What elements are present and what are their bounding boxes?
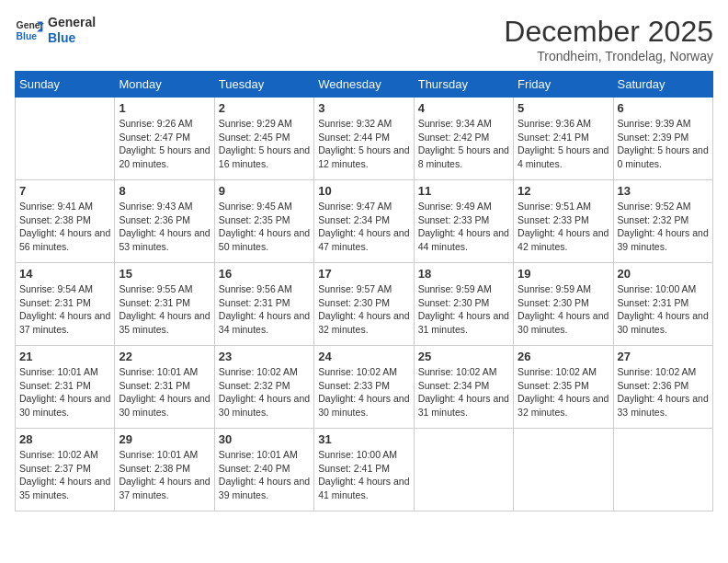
day-number: 7: [19, 184, 110, 198]
calendar-cell: 23Sunrise: 10:02 AMSunset: 2:32 PMDaylig…: [214, 346, 313, 429]
calendar-cell: 2Sunrise: 9:29 AMSunset: 2:45 PMDaylight…: [214, 98, 313, 180]
day-info: Sunrise: 9:32 AMSunset: 2:44 PMDaylight:…: [318, 117, 409, 171]
day-number: 3: [318, 101, 409, 115]
header-day-tuesday: Tuesday: [214, 72, 313, 98]
week-row-3: 21Sunrise: 10:01 AMSunset: 2:31 PMDaylig…: [16, 346, 713, 429]
day-number: 14: [19, 267, 110, 281]
day-number: 24: [318, 350, 409, 363]
week-row-0: 1Sunrise: 9:26 AMSunset: 2:47 PMDaylight…: [16, 98, 713, 180]
day-info: Sunrise: 9:47 AMSunset: 2:34 PMDaylight:…: [318, 200, 409, 254]
day-info: Sunrise: 10:01 AMSunset: 2:38 PMDaylight…: [119, 448, 210, 502]
day-info: Sunrise: 10:02 AMSunset: 2:33 PMDaylight…: [318, 365, 409, 419]
day-number: 22: [119, 350, 210, 363]
day-number: 5: [518, 101, 609, 115]
day-number: 1: [119, 101, 210, 115]
calendar-cell: 26Sunrise: 10:02 AMSunset: 2:35 PMDaylig…: [514, 346, 613, 429]
day-number: 21: [19, 350, 110, 363]
week-row-1: 7Sunrise: 9:41 AMSunset: 2:38 PMDaylight…: [16, 180, 713, 263]
calendar-cell: 12Sunrise: 9:51 AMSunset: 2:33 PMDayligh…: [514, 180, 613, 263]
day-info: Sunrise: 9:26 AMSunset: 2:47 PMDaylight:…: [119, 117, 210, 171]
logo-icon: General Blue: [15, 16, 44, 45]
day-number: 28: [19, 432, 110, 446]
calendar-cell: 11Sunrise: 9:49 AMSunset: 2:33 PMDayligh…: [414, 180, 513, 263]
day-info: Sunrise: 10:01 AMSunset: 2:40 PMDaylight…: [219, 448, 310, 502]
day-number: 13: [618, 184, 709, 198]
calendar-cell: 5Sunrise: 9:36 AMSunset: 2:41 PMDaylight…: [514, 98, 613, 180]
calendar-cell: [514, 429, 613, 511]
day-number: 10: [318, 184, 409, 198]
calendar-cell: [16, 98, 115, 180]
calendar-cell: [613, 429, 712, 511]
header-day-wednesday: Wednesday: [314, 72, 414, 98]
header-day-thursday: Thursday: [414, 72, 513, 98]
calendar-cell: 30Sunrise: 10:01 AMSunset: 2:40 PMDaylig…: [214, 429, 313, 511]
day-number: 11: [418, 184, 509, 198]
week-row-4: 28Sunrise: 10:02 AMSunset: 2:37 PMDaylig…: [16, 429, 713, 511]
calendar-cell: 1Sunrise: 9:26 AMSunset: 2:47 PMDaylight…: [115, 98, 214, 180]
svg-text:Blue: Blue: [17, 30, 38, 40]
day-info: Sunrise: 9:41 AMSunset: 2:38 PMDaylight:…: [19, 200, 110, 254]
calendar-header-row: SundayMondayTuesdayWednesdayThursdayFrid…: [16, 72, 713, 98]
day-info: Sunrise: 9:55 AMSunset: 2:31 PMDaylight:…: [119, 282, 210, 337]
day-number: 30: [219, 432, 310, 446]
day-info: Sunrise: 10:02 AMSunset: 2:34 PMDaylight…: [418, 365, 509, 419]
calendar-cell: 21Sunrise: 10:01 AMSunset: 2:31 PMDaylig…: [16, 346, 115, 429]
calendar-cell: 29Sunrise: 10:01 AMSunset: 2:38 PMDaylig…: [115, 429, 214, 511]
calendar-table: SundayMondayTuesdayWednesdayThursdayFrid…: [15, 71, 713, 511]
header-day-sunday: Sunday: [16, 72, 115, 98]
day-number: 9: [219, 184, 310, 198]
calendar-cell: [414, 429, 513, 511]
day-info: Sunrise: 10:02 AMSunset: 2:36 PMDaylight…: [618, 365, 709, 419]
day-number: 2: [219, 101, 310, 115]
header-day-monday: Monday: [115, 72, 214, 98]
day-number: 27: [618, 350, 709, 363]
day-number: 23: [219, 350, 310, 363]
calendar-cell: 9Sunrise: 9:45 AMSunset: 2:35 PMDaylight…: [214, 180, 313, 263]
day-info: Sunrise: 10:01 AMSunset: 2:31 PMDaylight…: [19, 365, 110, 419]
month-title: December 2025: [504, 15, 713, 49]
calendar-cell: 25Sunrise: 10:02 AMSunset: 2:34 PMDaylig…: [414, 346, 513, 429]
calendar-cell: 15Sunrise: 9:55 AMSunset: 2:31 PMDayligh…: [115, 263, 214, 346]
day-info: Sunrise: 9:39 AMSunset: 2:39 PMDaylight:…: [618, 117, 709, 171]
calendar-cell: 19Sunrise: 9:59 AMSunset: 2:30 PMDayligh…: [514, 263, 613, 346]
calendar-cell: 6Sunrise: 9:39 AMSunset: 2:39 PMDaylight…: [613, 98, 712, 180]
day-info: Sunrise: 9:51 AMSunset: 2:33 PMDaylight:…: [518, 200, 609, 254]
header-day-friday: Friday: [514, 72, 613, 98]
day-number: 8: [119, 184, 210, 198]
day-number: 29: [119, 432, 210, 446]
calendar-cell: 8Sunrise: 9:43 AMSunset: 2:36 PMDaylight…: [115, 180, 214, 263]
day-number: 26: [518, 350, 609, 363]
calendar-cell: 17Sunrise: 9:57 AMSunset: 2:30 PMDayligh…: [314, 263, 414, 346]
day-info: Sunrise: 9:52 AMSunset: 2:32 PMDaylight:…: [618, 200, 709, 254]
day-number: 16: [219, 267, 310, 281]
logo-general-text: General: [48, 15, 96, 30]
calendar-cell: 14Sunrise: 9:54 AMSunset: 2:31 PMDayligh…: [16, 263, 115, 346]
day-number: 19: [518, 267, 609, 281]
calendar-cell: 18Sunrise: 9:59 AMSunset: 2:30 PMDayligh…: [414, 263, 513, 346]
header-day-saturday: Saturday: [613, 72, 712, 98]
calendar-cell: 22Sunrise: 10:01 AMSunset: 2:31 PMDaylig…: [115, 346, 214, 429]
day-number: 31: [318, 432, 409, 446]
header: General Blue General Blue December 2025 …: [15, 15, 713, 63]
day-info: Sunrise: 9:49 AMSunset: 2:33 PMDaylight:…: [418, 200, 509, 254]
logo: General Blue General Blue: [15, 15, 96, 46]
day-info: Sunrise: 9:56 AMSunset: 2:31 PMDaylight:…: [219, 282, 310, 337]
day-info: Sunrise: 10:01 AMSunset: 2:31 PMDaylight…: [119, 365, 210, 419]
calendar-cell: 24Sunrise: 10:02 AMSunset: 2:33 PMDaylig…: [314, 346, 414, 429]
title-area: December 2025 Trondheim, Trondelag, Norw…: [504, 15, 713, 63]
calendar-cell: 13Sunrise: 9:52 AMSunset: 2:32 PMDayligh…: [613, 180, 712, 263]
calendar-cell: 3Sunrise: 9:32 AMSunset: 2:44 PMDaylight…: [314, 98, 414, 180]
calendar-cell: 7Sunrise: 9:41 AMSunset: 2:38 PMDaylight…: [16, 180, 115, 263]
calendar-cell: 20Sunrise: 10:00 AMSunset: 2:31 PMDaylig…: [613, 263, 712, 346]
day-info: Sunrise: 10:02 AMSunset: 2:32 PMDaylight…: [219, 365, 310, 419]
day-info: Sunrise: 10:02 AMSunset: 2:35 PMDaylight…: [518, 365, 609, 419]
day-number: 25: [418, 350, 509, 363]
calendar-cell: 16Sunrise: 9:56 AMSunset: 2:31 PMDayligh…: [214, 263, 313, 346]
day-info: Sunrise: 10:00 AMSunset: 2:41 PMDaylight…: [318, 448, 409, 502]
day-number: 15: [119, 267, 210, 281]
day-number: 6: [618, 101, 709, 115]
day-info: Sunrise: 9:34 AMSunset: 2:42 PMDaylight:…: [418, 117, 509, 171]
day-info: Sunrise: 10:00 AMSunset: 2:31 PMDaylight…: [618, 282, 709, 337]
day-info: Sunrise: 9:45 AMSunset: 2:35 PMDaylight:…: [219, 200, 310, 254]
day-info: Sunrise: 9:59 AMSunset: 2:30 PMDaylight:…: [418, 282, 509, 337]
